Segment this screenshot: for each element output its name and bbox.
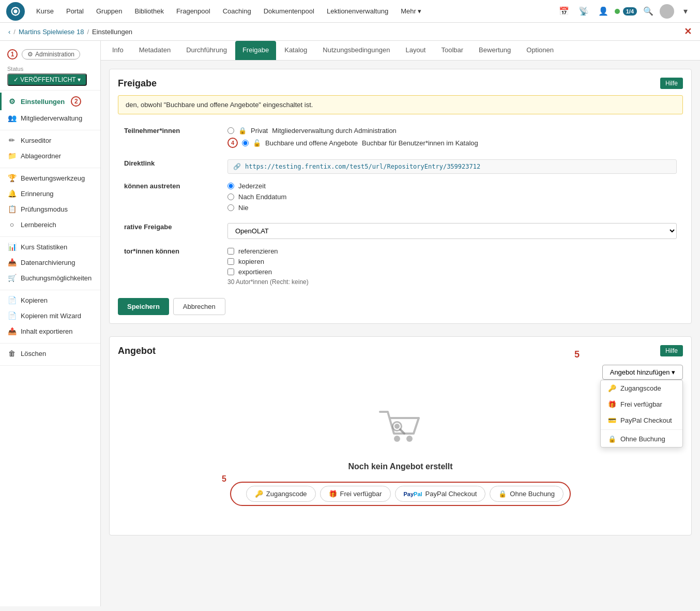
- veroeffentlicht-button[interactable]: ✓ VERÖFFENTLICHT ▾: [7, 73, 87, 86]
- radio-enddatum-label[interactable]: Nach Enddatum: [238, 193, 286, 201]
- user-avatar[interactable]: [660, 4, 674, 19]
- sidebar-item-exportieren[interactable]: 📤 Inhalt exportieren: [0, 323, 100, 339]
- sidebar-item-einstellungen[interactable]: ⚙ Einstellungen 2: [0, 93, 100, 110]
- nav-coaching[interactable]: Coaching: [218, 5, 256, 17]
- tab-bewertung[interactable]: Bewertung: [471, 41, 518, 60]
- bell-icon: 🔔: [7, 189, 17, 198]
- offer-btn-frei[interactable]: 🎁 Frei verfügbar: [320, 486, 391, 502]
- radio-privat-label[interactable]: Privat: [251, 127, 268, 135]
- checkbox-exportieren-label[interactable]: exportieren: [238, 268, 272, 276]
- nav-fragenpool[interactable]: Fragenpool: [171, 5, 216, 17]
- sidebar-item-lernbereich[interactable]: ○ Lernbereich: [0, 217, 100, 232]
- offer-btn-ohne[interactable]: 🔒 Ohne Buchung: [490, 486, 564, 502]
- tab-katalog[interactable]: Katalog: [277, 41, 314, 60]
- hilfe-button[interactable]: Hilfe: [660, 78, 683, 89]
- tab-nutzung[interactable]: Nutzungsbedingungen: [315, 41, 397, 60]
- radio-privat[interactable]: [227, 127, 234, 134]
- freigabe-select[interactable]: OpenOLAT: [227, 223, 677, 239]
- checkbox-referenzieren[interactable]: [227, 248, 234, 255]
- nav-bibliothek[interactable]: Bibliothek: [130, 5, 169, 17]
- dropdown-ohne-buchung[interactable]: 🔒 Ohne Buchung: [601, 431, 682, 447]
- tab-optionen[interactable]: Optionen: [519, 41, 561, 60]
- freigabe-admin-label: rative Freigabe: [118, 219, 221, 243]
- nav-mehr[interactable]: Mehr ▾: [395, 5, 427, 17]
- trash-icon: 🗑: [7, 349, 17, 357]
- sidebar-item-label: Kopieren mit Wizard: [21, 312, 81, 320]
- tab-freigabe[interactable]: Freigabe: [235, 41, 276, 60]
- checkbox-referenzieren-label[interactable]: referenzieren: [238, 247, 278, 255]
- tab-toolbar[interactable]: Toolbar: [434, 41, 470, 60]
- breadcrumb-back[interactable]: ‹: [8, 28, 10, 36]
- cancel-button[interactable]: Abbrechen: [173, 298, 225, 315]
- administration-label: ⚙ Administration: [22, 49, 80, 59]
- teilnehmer-row: Teilnehmer*innen 🔒 Privat Mitgliederverw…: [118, 123, 683, 155]
- breadcrumb-link1[interactable]: Martins Spielwiese 18: [19, 28, 84, 36]
- sidebar-section-2: ✏ Kurseditor 📁 Ablageordner: [0, 132, 100, 168]
- sidebar-item-archivierung[interactable]: 📥 Datenarchivierung: [0, 255, 100, 270]
- austreten-value: Jederzeit Nach Enddatum Nie: [221, 178, 683, 219]
- nav-gruppen[interactable]: Gruppen: [91, 5, 128, 17]
- folder-icon: 📁: [7, 152, 17, 160]
- search-icon[interactable]: 🔍: [640, 3, 657, 20]
- save-button[interactable]: Speichern: [118, 298, 169, 315]
- add-angebot-area: 5 Angebot hinzufügen ▾ 🔑 Zugangscode 🎁 F: [118, 365, 683, 380]
- checkbox-exportieren[interactable]: [227, 269, 234, 275]
- sidebar-item-mitglieder[interactable]: 👥 Mitgliederverwaltung: [0, 110, 100, 126]
- radio-buchbar-row: 4 🔓 Buchbare und offene Angebote Buchbar…: [227, 138, 677, 148]
- sidebar-item-kurseditor[interactable]: ✏ Kurseditor: [0, 132, 100, 148]
- angebot-hinzufuegen-button[interactable]: Angebot hinzufügen ▾: [602, 365, 683, 380]
- radio-nie[interactable]: [227, 204, 234, 211]
- radio-jederzeit-label[interactable]: Jederzeit: [238, 182, 266, 190]
- radio-buchbar-label[interactable]: Buchbare und offene Angebote: [265, 139, 358, 147]
- angebot-hilfe-button[interactable]: Hilfe: [660, 345, 683, 356]
- offer-btn-label: Ohne Buchung: [510, 490, 555, 498]
- sidebar-item-label: Ablageordner: [21, 152, 61, 160]
- radio-jederzeit[interactable]: [227, 183, 234, 189]
- sidebar-item-ablageordner[interactable]: 📁 Ablageordner: [0, 148, 100, 163]
- offer-btn-paypal[interactable]: PayPal PayPal Checkout: [395, 486, 486, 502]
- tab-layout[interactable]: Layout: [398, 41, 433, 60]
- top-navigation: Kurse Portal Gruppen Bibliothek Fragenpo…: [0, 0, 700, 23]
- sidebar-item-bewertung[interactable]: 🏆 Bewertungswerkzeug: [0, 170, 100, 186]
- dropdown-frei[interactable]: 🎁 Frei verfügbar: [601, 396, 682, 412]
- checkbox-kopieren[interactable]: [227, 258, 234, 265]
- nav-lektionen[interactable]: Lektionenverwaltung: [322, 5, 393, 17]
- close-icon[interactable]: ✕: [684, 26, 692, 37]
- nav-kurse[interactable]: Kurse: [31, 5, 59, 17]
- nav-dropdown-icon[interactable]: ▾: [677, 3, 694, 20]
- sidebar-item-loeschen[interactable]: 🗑 Löschen: [0, 346, 100, 361]
- dropdown-paypal[interactable]: 💳 PayPal Checkout: [601, 412, 682, 428]
- breadcrumb-current: Einstellungen: [92, 28, 132, 36]
- tab-durchfuehrung[interactable]: Durchführung: [179, 41, 234, 60]
- sidebar-item-kopieren[interactable]: 📄 Kopieren: [0, 292, 100, 308]
- dropdown-zugangscode[interactable]: 🔑 Zugangscode: [601, 380, 682, 396]
- sidebar-item-wizard[interactable]: 📄 Kopieren mit Wizard: [0, 308, 100, 323]
- nav-portal[interactable]: Portal: [61, 5, 89, 17]
- nav-dokumentenpool[interactable]: Dokumentenpool: [258, 5, 319, 17]
- annotation-5a: 5: [574, 349, 580, 360]
- radio-enddatum[interactable]: [227, 193, 234, 200]
- radio-nie-label[interactable]: Nie: [238, 204, 249, 212]
- sidebar-item-statistiken[interactable]: 📊 Kurs Statistiken: [0, 239, 100, 255]
- warning-text: den, obwohl "Buchbare und offene Angebot…: [126, 101, 313, 109]
- freigabe-header: Freigabe Hilfe: [118, 78, 683, 89]
- sidebar-section-5: 📄 Kopieren 📄 Kopieren mit Wizard 📤 Inhal…: [0, 292, 100, 344]
- radio-buchbar[interactable]: [242, 140, 249, 146]
- calendar-icon[interactable]: 📅: [556, 3, 572, 20]
- tab-metadaten[interactable]: Metadaten: [132, 41, 178, 60]
- rss-icon[interactable]: 📡: [575, 3, 592, 20]
- tab-info[interactable]: Info: [105, 41, 131, 60]
- breadcrumb-sep1: /: [13, 28, 16, 36]
- user-icon[interactable]: 👤: [595, 3, 612, 20]
- offer-btn-zugangscode[interactable]: 🔑 Zugangscode: [246, 486, 316, 502]
- app-logo[interactable]: [6, 2, 25, 21]
- empty-state-title: Noch kein Angebot erstellt: [128, 462, 673, 471]
- sidebar-item-buchung[interactable]: 🛒 Buchungsmöglichkeiten: [0, 270, 100, 286]
- sidebar-item-erinnerung[interactable]: 🔔 Erinnerung: [0, 186, 100, 201]
- nav-icons-area: 📅 📡 👤 1/4 🔍 ▾: [556, 3, 694, 20]
- dropdown-item-label: PayPal Checkout: [620, 416, 672, 424]
- annotation-1: 1: [7, 49, 18, 59]
- sidebar-item-pruefung[interactable]: 📋 Prüfungsmodus: [0, 201, 100, 217]
- angebot-dropdown-wrapper: Angebot hinzufügen ▾ 🔑 Zugangscode 🎁 Fre…: [602, 365, 683, 380]
- checkbox-kopieren-label[interactable]: kopieren: [238, 258, 264, 265]
